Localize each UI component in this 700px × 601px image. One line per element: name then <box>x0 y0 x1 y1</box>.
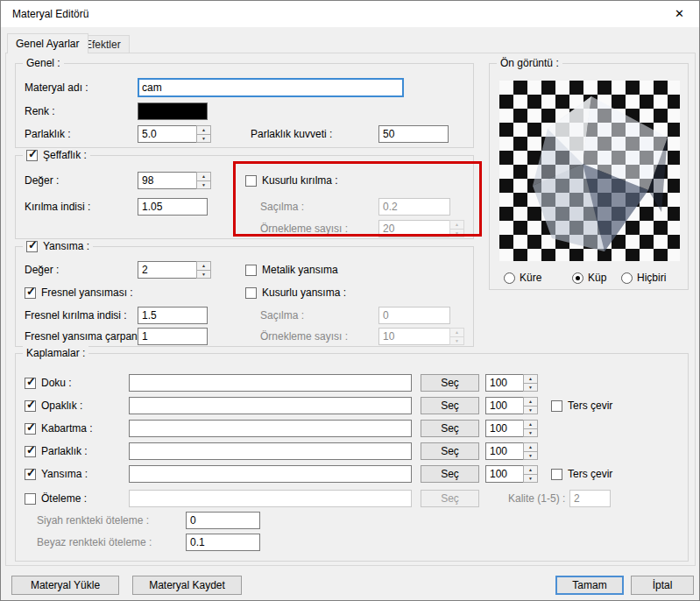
doku-checkbox[interactable] <box>25 378 36 389</box>
spinner-up-icon[interactable]: ▲ <box>523 442 538 452</box>
radio-kup[interactable]: Küp <box>572 269 606 286</box>
spinner-down-icon[interactable]: ▼ <box>196 181 211 190</box>
iptal-button[interactable]: İptal <box>631 576 694 595</box>
kabartma-sec-button[interactable]: Seç <box>421 420 479 437</box>
parlaklik-kaplama-row[interactable]: Parlaklık : <box>25 442 88 460</box>
fresnel-yansimasi-row[interactable]: Fresnel yansıması : <box>25 284 133 301</box>
parlaklik-kaplama-sec-button[interactable]: Seç <box>421 442 479 460</box>
spinner-down-icon: ▼ <box>449 337 464 346</box>
yansima-checkbox[interactable] <box>26 241 38 252</box>
seffaflik-sacilma-label: Saçılma : <box>260 198 304 216</box>
parlaklik-kaplama-amount-spinner[interactable]: ▲▼ <box>523 442 538 460</box>
spinner-up-icon: ▲ <box>449 328 464 337</box>
kusurlu-kirilma-row[interactable]: Kusurlu kırılma : <box>245 172 338 189</box>
yansima-kaplama-path-input[interactable] <box>129 465 412 483</box>
kure-radio-icon[interactable] <box>504 272 515 284</box>
spinner-up-icon[interactable]: ▲ <box>523 465 538 475</box>
spinner-down-icon[interactable]: ▼ <box>523 429 538 438</box>
materyal-yukle-button[interactable]: Materyal Yükle <box>11 576 119 595</box>
parlaklik-kaplama-path-input[interactable] <box>129 442 412 460</box>
spinner-down-icon[interactable]: ▼ <box>523 475 538 484</box>
kabartma-path-input[interactable] <box>129 420 412 437</box>
materyal-kaydet-button[interactable]: Materyal Kaydet <box>132 576 242 595</box>
yansima-kaplama-amount-spinner[interactable]: ▲▼ <box>523 465 538 483</box>
spinner-up-icon[interactable]: ▲ <box>523 420 538 429</box>
yansima-ornekleme-label: Örnekleme sayısı : <box>260 328 348 345</box>
kusurlu-yansima-checkbox[interactable] <box>245 287 257 299</box>
spinner-down-icon[interactable]: ▼ <box>196 135 211 144</box>
parlaklik-spinner[interactable]: ▲▼ <box>196 125 211 143</box>
beyaz-oteleme-input[interactable] <box>186 534 260 551</box>
spinner-down-icon[interactable]: ▼ <box>196 271 211 279</box>
metalik-yansima-row[interactable]: Metalik yansıma <box>245 261 338 279</box>
genel-group: Genel : Materyal adı : Renk : Parlaklık … <box>15 63 474 148</box>
yansima-kaplama-row[interactable]: Yansıma : <box>25 465 88 483</box>
hicbiri-radio-icon[interactable] <box>621 272 633 284</box>
spinner-up-icon[interactable]: ▲ <box>196 172 211 181</box>
kirilma-indisi-input[interactable] <box>138 198 208 216</box>
seffaflik-deger-label: Değer : <box>25 172 59 189</box>
doku-row[interactable]: Doku : <box>25 374 72 392</box>
spinner-up-icon[interactable]: ▲ <box>196 261 211 271</box>
seffaflik-deger-spinner[interactable]: ▲▼ <box>196 172 211 189</box>
parlaklik-kaplama-checkbox[interactable] <box>25 446 36 457</box>
kup-radio-icon[interactable] <box>572 272 583 284</box>
kabartma-amount-spinner[interactable]: ▲▼ <box>523 420 538 437</box>
parlaklik-kuvveti-input[interactable] <box>378 125 449 143</box>
spinner-up-icon[interactable]: ▲ <box>523 397 538 407</box>
kabartma-checkbox[interactable] <box>25 423 36 435</box>
renk-label: Renk : <box>25 103 55 120</box>
kaplamalar-group-title: Kaplamalar : <box>23 346 88 360</box>
seffaflik-checkbox[interactable] <box>26 150 38 161</box>
spinner-down-icon[interactable]: ▼ <box>523 407 538 415</box>
kusurlu-yansima-row[interactable]: Kusurlu yansıma : <box>245 284 346 301</box>
spinner-down-icon[interactable]: ▼ <box>523 384 538 392</box>
fresnel-yansimasi-checkbox[interactable] <box>25 287 36 299</box>
yansima-kaplama-sec-button[interactable]: Seç <box>421 465 479 483</box>
radio-hicbiri[interactable]: Hiçbiri <box>621 269 666 286</box>
oteleme-path-input <box>129 490 412 507</box>
yansima-ters-cevir-row[interactable]: Ters çevir <box>551 465 612 483</box>
doku-path-input[interactable] <box>129 374 412 392</box>
opaklik-checkbox[interactable] <box>25 400 36 412</box>
kabartma-row[interactable]: Kabartma : <box>25 420 93 437</box>
kalite-input <box>569 490 611 507</box>
yansima-deger-spinner[interactable]: ▲▼ <box>196 261 211 279</box>
oteleme-label: Öteleme : <box>41 492 87 505</box>
opaklik-sec-button[interactable]: Seç <box>421 397 479 414</box>
opaklik-row[interactable]: Opaklık : <box>25 397 82 414</box>
fresnel-yansimasi-label: Fresnel yansıması : <box>41 286 133 299</box>
materyal-adi-input[interactable] <box>138 78 404 97</box>
opaklik-ters-cevir-row[interactable]: Ters çevir <box>551 397 612 414</box>
materyal-adi-label: Materyal adı : <box>25 79 88 96</box>
tamam-button[interactable]: Tamam <box>555 576 624 595</box>
yansima-deger-label: Değer : <box>25 261 59 279</box>
seffaflik-group: Şeffaflık : Değer : ▲▼ Kırılma indisi : … <box>15 155 474 239</box>
opaklik-path-input[interactable] <box>129 397 412 414</box>
yansima-ters-cevir-checkbox[interactable] <box>551 469 562 480</box>
tab-genel-ayarlar[interactable]: Genel Ayarlar <box>7 33 88 53</box>
kalite-label: Kalite (1-5) : <box>508 490 565 507</box>
close-icon[interactable]: ✕ <box>660 1 699 27</box>
spinner-down-icon[interactable]: ▼ <box>523 452 538 461</box>
kusurlu-kirilma-checkbox[interactable] <box>245 175 257 187</box>
kabartma-label: Kabartma : <box>41 422 93 435</box>
oteleme-checkbox[interactable] <box>25 493 36 505</box>
opaklik-amount-spinner[interactable]: ▲▼ <box>523 397 538 414</box>
oteleme-row[interactable]: Öteleme : <box>25 490 87 507</box>
siyah-oteleme-input[interactable] <box>186 512 260 529</box>
fresnel-carpan-input[interactable] <box>138 328 208 345</box>
doku-sec-button[interactable]: Seç <box>421 374 479 392</box>
yansima-ters-cevir-label: Ters çevir <box>568 468 612 480</box>
radio-kure[interactable]: Küre <box>504 269 541 286</box>
metalik-yansima-checkbox[interactable] <box>245 265 257 276</box>
fresnel-kirilma-input[interactable] <box>138 307 208 324</box>
doku-label: Doku : <box>41 377 72 389</box>
spinner-up-icon[interactable]: ▲ <box>196 125 211 135</box>
yansima-kaplama-checkbox[interactable] <box>25 469 36 480</box>
opaklik-ters-cevir-label: Ters çevir <box>568 399 612 412</box>
opaklik-ters-cevir-checkbox[interactable] <box>551 400 562 412</box>
renk-swatch[interactable] <box>138 103 208 120</box>
doku-amount-spinner[interactable]: ▲▼ <box>523 374 538 392</box>
spinner-up-icon[interactable]: ▲ <box>523 374 538 384</box>
